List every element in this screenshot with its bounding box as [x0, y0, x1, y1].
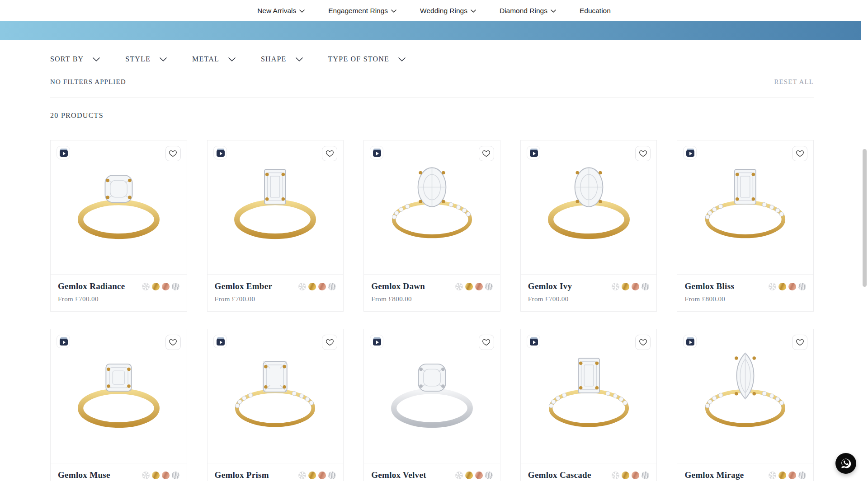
wishlist-button[interactable] — [792, 146, 807, 161]
chevron-down-icon — [296, 57, 303, 61]
metal-swatch-platinum[interactable] — [328, 283, 336, 290]
metal-swatch-platinum[interactable] — [642, 472, 649, 479]
metal-swatch-white-gold[interactable] — [455, 283, 463, 290]
product-card[interactable]: Gemlox Cascade — [520, 329, 657, 481]
nav-item-label: Diamond Rings — [500, 7, 547, 15]
metal-swatch-platinum[interactable] — [172, 283, 179, 290]
metal-swatch-platinum[interactable] — [328, 472, 336, 479]
nav-item[interactable]: Education — [580, 7, 611, 15]
chevron-down-icon — [228, 57, 236, 61]
product-card[interactable]: Gemlox Mirage — [677, 329, 814, 481]
metal-swatch-yellow-gold[interactable] — [152, 283, 160, 290]
nav-item[interactable]: Wedding Rings — [420, 7, 476, 15]
metal-swatch-white-gold[interactable] — [612, 283, 619, 290]
filter-dropdown[interactable]: SORT BY — [50, 55, 100, 63]
metal-swatch-white-gold[interactable] — [455, 472, 463, 479]
metal-swatch-yellow-gold[interactable] — [308, 283, 316, 290]
metal-swatch-yellow-gold[interactable] — [465, 472, 473, 479]
wishlist-button[interactable] — [165, 335, 181, 350]
product-card[interactable]: Gemlox Dawn From £800.00 — [363, 140, 500, 312]
metal-swatch-white-gold[interactable] — [298, 283, 306, 290]
wishlist-button[interactable] — [635, 335, 651, 350]
metal-swatch-rose-gold[interactable] — [475, 472, 483, 479]
metal-swatch-platinum[interactable] — [485, 283, 493, 290]
metal-swatch-rose-gold[interactable] — [632, 472, 639, 479]
video-play-icon[interactable] — [683, 335, 697, 348]
metal-swatch-rose-gold[interactable] — [162, 472, 170, 479]
product-info: Gemlox Radiance From £700.00 — [51, 274, 187, 311]
video-play-icon[interactable] — [683, 146, 697, 159]
wishlist-button[interactable] — [322, 146, 337, 161]
product-card[interactable]: Gemlox Radiance From £700.00 — [50, 140, 187, 312]
heart-outline-icon — [169, 339, 177, 346]
metal-swatch-rose-gold[interactable] — [318, 283, 326, 290]
product-card[interactable]: Gemlox Prism — [207, 329, 344, 481]
reset-all-link[interactable]: RESET ALL — [774, 78, 814, 86]
metal-swatch-white-gold[interactable] — [142, 472, 150, 479]
metal-swatch-rose-gold[interactable] — [632, 283, 639, 290]
product-card[interactable]: Gemlox Ivy From £700.00 — [520, 140, 657, 312]
product-card[interactable]: Gemlox Muse — [50, 329, 187, 481]
wishlist-button[interactable] — [635, 146, 651, 161]
metal-swatch-yellow-gold[interactable] — [622, 472, 629, 479]
nav-item[interactable]: Engagement Rings — [328, 7, 396, 15]
video-play-icon[interactable] — [527, 146, 540, 159]
wishlist-button[interactable] — [165, 146, 181, 161]
metal-swatch-rose-gold[interactable] — [318, 472, 326, 479]
scrollbar-track[interactable] — [861, 0, 868, 481]
wishlist-button[interactable] — [479, 335, 494, 350]
metal-swatch-rose-gold[interactable] — [162, 283, 170, 290]
play-triangle-icon — [376, 341, 379, 344]
metal-swatch-yellow-gold[interactable] — [465, 283, 473, 290]
metal-swatch-platinum[interactable] — [642, 283, 649, 290]
video-play-icon[interactable] — [213, 335, 227, 348]
metal-swatch-yellow-gold[interactable] — [778, 472, 786, 479]
metal-swatch-white-gold[interactable] — [142, 283, 150, 290]
play-triangle-icon — [376, 152, 379, 155]
video-play-icon[interactable] — [213, 146, 227, 159]
wishlist-button[interactable] — [479, 146, 494, 161]
metal-swatch-white-gold[interactable] — [612, 472, 619, 479]
wishlist-button[interactable] — [792, 335, 807, 350]
metal-swatch-platinum[interactable] — [798, 472, 806, 479]
metal-swatch-yellow-gold[interactable] — [152, 472, 160, 479]
filter-dropdown[interactable]: SHAPE — [261, 55, 303, 63]
product-info: Gemlox Cascade — [521, 463, 657, 481]
metal-swatch-yellow-gold[interactable] — [778, 283, 786, 290]
metal-swatch-rose-gold[interactable] — [475, 283, 483, 290]
ring-image — [538, 156, 640, 257]
metal-swatch-white-gold[interactable] — [769, 472, 776, 479]
product-card[interactable]: Gemlox Velvet — [363, 329, 500, 481]
nav-item[interactable]: Diamond Rings — [500, 7, 556, 15]
video-play-icon[interactable] — [57, 335, 70, 348]
video-play-icon[interactable] — [370, 335, 383, 348]
metal-swatch-rose-gold[interactable] — [788, 472, 796, 479]
filter-dropdown[interactable]: TYPE OF STONE — [328, 55, 406, 63]
metal-swatch-white-gold[interactable] — [298, 472, 306, 479]
metal-swatches — [455, 472, 493, 479]
metal-swatch-white-gold[interactable] — [769, 283, 776, 290]
nav-item[interactable]: New Arrivals — [257, 7, 305, 15]
product-media — [677, 140, 813, 274]
video-play-icon[interactable] — [527, 335, 540, 348]
metal-swatch-yellow-gold[interactable] — [622, 283, 629, 290]
video-play-icon[interactable] — [370, 146, 383, 159]
product-card[interactable]: Gemlox Ember From £700.00 — [207, 140, 344, 312]
nav-item-label: Education — [580, 7, 611, 15]
ring-image — [694, 156, 796, 257]
metal-swatch-platinum[interactable] — [798, 283, 806, 290]
video-icon-body — [217, 150, 225, 157]
filter-dropdown[interactable]: METAL — [192, 55, 236, 63]
whatsapp-button[interactable] — [835, 453, 856, 474]
metal-swatch-rose-gold[interactable] — [788, 283, 796, 290]
video-play-icon[interactable] — [57, 146, 70, 159]
play-triangle-icon — [533, 152, 536, 155]
product-card[interactable]: Gemlox Bliss From £800.00 — [677, 140, 814, 312]
product-info: Gemlox Muse — [51, 463, 187, 481]
metal-swatch-platinum[interactable] — [485, 472, 493, 479]
wishlist-button[interactable] — [322, 335, 337, 350]
metal-swatch-yellow-gold[interactable] — [308, 472, 316, 479]
metal-swatch-platinum[interactable] — [172, 472, 179, 479]
scrollbar-thumb[interactable] — [863, 149, 867, 287]
filter-dropdown[interactable]: STYLE — [125, 55, 167, 63]
